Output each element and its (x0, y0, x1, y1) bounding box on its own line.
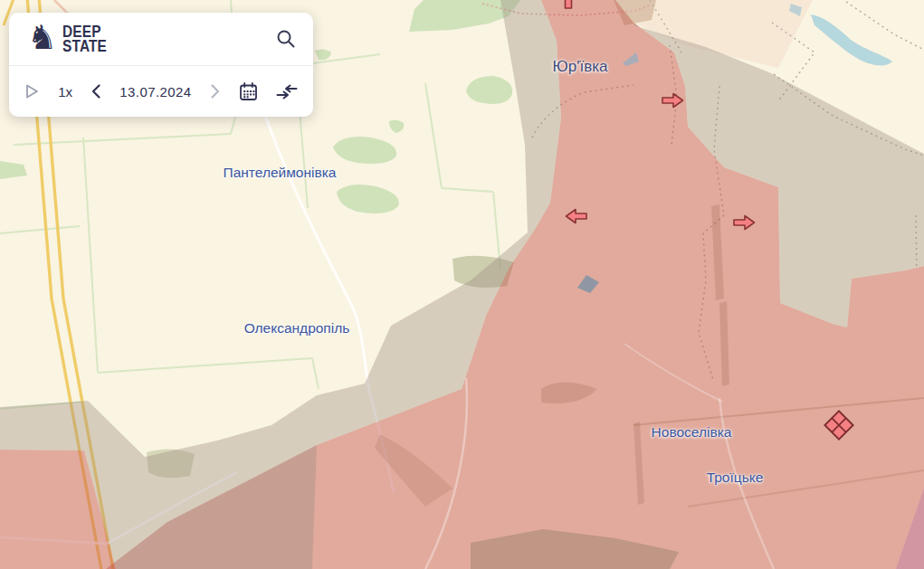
deepstate-logo[interactable]: ♞ DEEP STATE (27, 24, 113, 54)
settlement-label: Новоселівка (652, 424, 732, 441)
control-panel: ♞ DEEP STATE 1x (9, 13, 313, 117)
arrows-converging-icon (276, 83, 298, 100)
calendar-button[interactable] (239, 82, 258, 101)
settlement-label: Олександропіль (244, 320, 350, 337)
settlement-label: Троїцьке (707, 469, 764, 486)
chess-knight-icon: ♞ (27, 21, 57, 54)
brand-line2: STATE (62, 39, 107, 53)
advance-arrow-down-partial-icon[interactable] (566, 0, 572, 8)
current-date: 13.07.2024 (119, 84, 191, 100)
next-day-button[interactable] (210, 83, 221, 100)
chevron-right-icon (210, 83, 221, 100)
search-icon (275, 28, 297, 50)
chevron-left-icon (90, 83, 101, 100)
playback-speed-button[interactable]: 1x (58, 84, 72, 100)
panel-header: ♞ DEEP STATE (9, 13, 313, 66)
timeline-controls: 1x 13.07.2024 (9, 66, 313, 117)
brand-wordmark: DEEP STATE (62, 24, 107, 53)
play-button[interactable] (24, 83, 40, 100)
play-icon (24, 83, 40, 100)
settlement-label: Юр'ївка (553, 58, 608, 76)
deepstate-map-app: Пантелеймонівка Олександропіль Юр'ївка Н… (0, 0, 924, 569)
previous-day-button[interactable] (90, 83, 101, 100)
search-button[interactable] (275, 28, 297, 50)
settlement-label: Пантелеймонівка (224, 165, 337, 181)
jump-to-date-button[interactable] (276, 83, 298, 100)
calendar-icon (239, 82, 258, 101)
